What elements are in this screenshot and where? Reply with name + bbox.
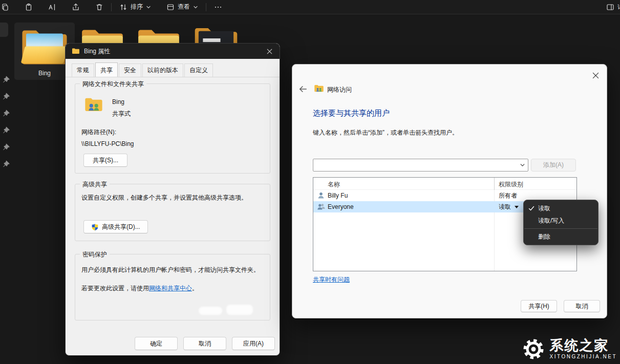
tab-general[interactable]: 常规 xyxy=(72,63,94,77)
sort-label: 排序 xyxy=(131,3,143,11)
blur-smudge xyxy=(226,305,253,315)
cancel-label: 取消 xyxy=(199,339,211,348)
apply-button[interactable]: 应用(A) xyxy=(232,337,275,350)
tab-customize[interactable]: 自定义 xyxy=(184,63,213,77)
properties-tabs: 常规 共享 安全 以前的版本 自定义 xyxy=(66,59,280,77)
network-path-label: 网络路径(N): xyxy=(81,128,116,137)
network-access-folder-icon xyxy=(314,83,324,94)
toolbar: 排序 查看 详细信息 xyxy=(0,0,620,14)
menu-item-label: 删除 xyxy=(538,232,550,241)
nav-rail-thumb xyxy=(0,23,8,37)
details-pane-button[interactable]: 详细信息 xyxy=(602,1,620,13)
name-column-header[interactable]: 名称 xyxy=(328,180,340,189)
ok-button[interactable]: 确定 xyxy=(135,337,178,350)
close-icon xyxy=(592,72,599,79)
details-pane-icon xyxy=(606,3,614,11)
permission-value: 所有者 xyxy=(499,191,517,200)
menu-item-remove[interactable]: 删除 xyxy=(524,230,598,243)
watermark-name: 系统之家 xyxy=(550,338,617,353)
combobox-chevron-icon[interactable] xyxy=(517,162,528,168)
wizard-title: 网络访问 xyxy=(327,85,352,94)
pin-icon[interactable] xyxy=(2,110,10,118)
check-icon xyxy=(528,205,538,211)
close-button[interactable] xyxy=(259,44,280,59)
group-title: 网络文件和文件夹共享 xyxy=(80,80,146,89)
network-sharing-center-link[interactable]: 网络和共享中心 xyxy=(149,285,192,292)
user-icon xyxy=(317,191,325,200)
sort-button[interactable]: 排序 xyxy=(115,1,155,13)
advanced-sharing-description: 设置自定义权限，创建多个共享，并设置其他高级共享选项。 xyxy=(81,194,267,202)
user-combobox[interactable] xyxy=(313,159,528,172)
share-confirm-button[interactable]: 共享(H) xyxy=(521,300,557,312)
network-sharing-group: 网络文件和文件夹共享 Bing 共享式 网络路径(N): \\BILLYFU-P… xyxy=(75,83,270,174)
trouble-sharing-link[interactable]: 共享时有问题 xyxy=(313,275,350,284)
menu-separator xyxy=(524,228,597,229)
advanced-sharing-group: 高级共享 设置自定义权限，创建多个共享，并设置其他高级共享选项。 高级共享(D)… xyxy=(75,184,270,241)
wizard-instruction: 键入名称，然后单击“添加”，或者单击箭头查找用户。 xyxy=(313,129,579,137)
group-title: 高级共享 xyxy=(80,180,110,189)
share-confirm-label: 共享(H) xyxy=(528,302,549,311)
tab-sharing[interactable]: 共享 xyxy=(95,62,118,77)
add-button[interactable]: 添加(A) xyxy=(531,159,576,172)
back-arrow-icon xyxy=(298,84,308,94)
permission-column-header[interactable]: 权限级别 xyxy=(499,180,523,189)
share-button-label: 共享(S)... xyxy=(93,156,118,165)
user-permission: 所有者 xyxy=(499,191,517,200)
more-icon xyxy=(214,3,222,11)
view-label: 查看 xyxy=(178,3,190,11)
share-toolbar-button[interactable] xyxy=(68,1,84,13)
cancel-button[interactable]: 取消 xyxy=(183,337,226,350)
back-button[interactable] xyxy=(297,83,309,95)
share-state: 共享式 xyxy=(112,110,131,118)
network-access-dialog: 网络访问 选择要与其共享的用户 键入名称，然后单击“添加”，或者单击箭头查找用户… xyxy=(292,64,607,318)
menu-item-read[interactable]: 读取 xyxy=(524,202,598,215)
more-button[interactable] xyxy=(210,1,226,13)
rename-icon xyxy=(48,3,56,11)
delete-icon xyxy=(95,3,103,11)
user-name: Everyone xyxy=(328,203,354,210)
close-button[interactable] xyxy=(588,69,603,82)
header-column-divider xyxy=(494,178,495,190)
close-icon xyxy=(267,49,272,54)
copy-button[interactable] xyxy=(0,1,13,13)
share-button[interactable]: 共享(S)... xyxy=(83,154,127,167)
dropdown-triangle-icon xyxy=(515,206,519,208)
shared-folder-name: Bing xyxy=(112,98,124,105)
sort-icon xyxy=(119,3,127,11)
cancel-button[interactable]: 取消 xyxy=(564,300,600,312)
properties-dialog-titlebar: Bing 属性 xyxy=(66,44,280,59)
uac-shield-icon xyxy=(91,223,99,231)
blur-smudge xyxy=(199,307,222,315)
gear-logo-icon xyxy=(521,337,546,361)
permission-dropdown[interactable]: 读取 xyxy=(499,203,519,211)
menu-item-label: 读取 xyxy=(538,204,550,213)
tab-previous-versions[interactable]: 以前的版本 xyxy=(142,63,183,77)
wizard-heading: 选择要与其共享的用户 xyxy=(313,109,390,118)
copy-icon xyxy=(1,3,9,11)
menu-item-read-write[interactable]: 读取/写入 xyxy=(524,215,598,227)
advanced-sharing-button[interactable]: 高级共享(D)... xyxy=(83,220,148,233)
permission-context-menu: 读取 读取/写入 删除 xyxy=(523,200,598,245)
pin-icon[interactable] xyxy=(2,143,10,152)
rename-button[interactable] xyxy=(44,1,60,13)
ok-label: 确定 xyxy=(150,339,162,348)
line2-prefix: 若要更改此设置，请使用 xyxy=(81,285,149,292)
tab-security[interactable]: 安全 xyxy=(119,63,141,77)
view-button[interactable]: 查看 xyxy=(162,1,202,13)
group-icon xyxy=(317,203,325,211)
user-search-input[interactable] xyxy=(313,159,517,171)
delete-button[interactable] xyxy=(91,1,108,13)
pin-icon[interactable] xyxy=(2,93,10,101)
cancel-label: 取消 xyxy=(576,302,588,311)
pin-icon[interactable] xyxy=(2,126,10,135)
dialog-title: Bing 属性 xyxy=(84,47,110,56)
pin-icon[interactable] xyxy=(2,160,10,168)
advanced-sharing-button-label: 高级共享(D)... xyxy=(102,223,140,231)
properties-dialog-footer: 确定 取消 应用(A) xyxy=(135,337,275,350)
chevron-down-icon xyxy=(146,5,151,10)
paste-button[interactable] xyxy=(20,1,37,13)
apply-label: 应用(A) xyxy=(243,339,264,348)
properties-dialog: Bing 属性 常规 共享 安全 以前的版本 自定义 网络文件和文件夹共享 Bi… xyxy=(65,43,280,356)
user-name: Billy Fu xyxy=(328,192,348,199)
pin-icon[interactable] xyxy=(2,76,10,84)
